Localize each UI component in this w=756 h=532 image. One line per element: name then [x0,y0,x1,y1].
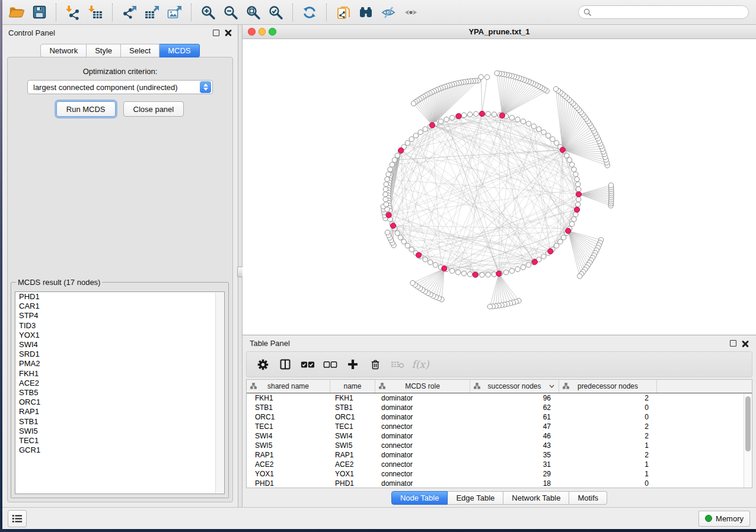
maximize-window-icon[interactable] [269,28,276,36]
network-node[interactable] [578,274,582,278]
clone-network-button[interactable] [334,3,353,22]
network-node[interactable] [461,271,466,275]
network-node[interactable] [383,197,388,201]
network-node[interactable] [428,260,433,265]
mcds-result-item[interactable]: STB1 [15,417,224,427]
network-node[interactable] [395,153,400,158]
dominator-node[interactable] [442,266,447,271]
network-node[interactable] [467,272,472,277]
network-node[interactable] [467,112,472,117]
network-node[interactable] [423,127,428,132]
memory-button[interactable]: Memory [698,511,750,527]
network-node[interactable] [384,202,388,207]
dominator-node[interactable] [548,249,553,254]
mcds-result-item[interactable]: ACE2 [15,379,224,388]
network-node[interactable] [486,273,490,277]
mcds-result-item[interactable]: GCR1 [15,446,224,455]
network-node[interactable] [564,153,569,158]
network-node[interactable] [576,187,581,191]
network-node[interactable] [515,117,520,121]
zoom-selected-button[interactable] [266,3,285,22]
network-node[interactable] [509,268,514,273]
import-table-button[interactable] [86,3,105,22]
float-panel-icon[interactable] [213,30,219,36]
table-row[interactable]: RAP1RAP1dominator352 [247,450,752,460]
network-node[interactable] [401,239,406,244]
minimize-window-icon[interactable] [259,28,266,36]
mcds-result-item[interactable]: CAR1 [15,302,224,311]
network-window-titlebar[interactable]: YPA_prune.txt_1 [243,25,756,39]
network-node[interactable] [487,304,492,309]
network-node[interactable] [423,257,428,262]
network-node[interactable] [409,247,414,252]
dominator-node[interactable] [496,271,502,276]
network-node[interactable] [569,162,574,167]
network-node[interactable] [561,235,566,240]
network-node[interactable] [438,119,443,124]
network-view[interactable] [243,39,756,335]
delete-table-button[interactable] [389,355,407,373]
network-node[interactable] [388,167,393,172]
network-node[interactable] [385,177,390,181]
table-settings-button[interactable] [254,355,272,373]
float-panel-icon[interactable] [730,340,736,347]
mcds-result-list[interactable]: PHD1CAR1STP4TID3YOX1SWI4SRD1PMA2FKH1ACE2… [15,291,225,494]
network-node[interactable] [495,70,499,75]
zoom-out-button[interactable] [221,3,240,22]
zoom-fit-button[interactable] [244,3,263,22]
dominator-node[interactable] [429,123,435,128]
export-image-button[interactable] [165,3,184,22]
network-node[interactable] [479,75,483,79]
dominator-node[interactable] [390,223,395,229]
scrollbar-thumb[interactable] [745,396,751,451]
dominator-node[interactable] [560,147,565,152]
show-columns-button[interactable] [276,355,294,373]
table-row[interactable]: ORC1ORC1dominator610 [247,412,752,422]
tab-node-table[interactable]: Node Table [391,491,448,505]
network-node[interactable] [569,222,574,226]
network-node[interactable] [444,117,449,121]
network-node[interactable] [392,158,397,162]
table-row[interactable]: ACE2ACE2connector311 [247,460,752,469]
dominator-node[interactable] [473,272,478,277]
network-node[interactable] [608,183,613,188]
find-button[interactable] [356,3,375,22]
table-row[interactable]: SWI5SWI5connector431 [247,441,752,450]
search-box[interactable] [578,5,749,19]
mcds-result-item[interactable]: TEC1 [15,436,224,446]
network-node[interactable] [541,254,546,259]
close-panel-button[interactable]: Close panel [123,101,184,117]
column-header-name[interactable]: name [330,380,375,393]
network-node[interactable] [455,270,460,275]
mcds-result-item[interactable]: SWI4 [15,340,224,350]
dominator-node[interactable] [566,228,571,233]
network-node[interactable] [526,121,531,126]
network-node[interactable] [515,267,520,271]
column-header-mcds-role[interactable]: MCDS role [375,380,470,393]
tab-network-table[interactable]: Network Table [503,491,569,505]
mcds-result-item[interactable]: PMA2 [15,359,224,368]
table-row[interactable]: SWI4SWI4dominator462 [247,431,752,441]
network-node[interactable] [554,140,559,145]
network-node[interactable] [474,111,479,116]
node-table-body[interactable]: FKH1FKH1dominator962STB1STB1dominator620… [247,393,752,488]
network-node[interactable] [449,268,454,273]
unselect-all-button[interactable] [321,355,339,373]
dominator-node[interactable] [576,191,581,197]
network-node[interactable] [398,235,403,240]
network-node[interactable] [521,119,525,124]
network-node[interactable] [572,167,576,172]
close-panel-icon[interactable] [225,29,232,36]
show-panels-button[interactable] [401,3,420,22]
network-node[interactable] [567,158,572,162]
network-node[interactable] [433,262,438,267]
table-row[interactable]: YOX1YOX1connector291 [247,469,752,479]
network-node[interactable] [385,230,390,235]
vertical-splitter[interactable] [238,25,243,507]
network-node[interactable] [395,230,400,235]
mcds-result-item[interactable]: TID3 [15,321,224,331]
close-panel-icon[interactable] [742,340,749,347]
network-node[interactable] [572,217,576,222]
network-node[interactable] [558,239,563,244]
dominator-node[interactable] [398,148,404,153]
